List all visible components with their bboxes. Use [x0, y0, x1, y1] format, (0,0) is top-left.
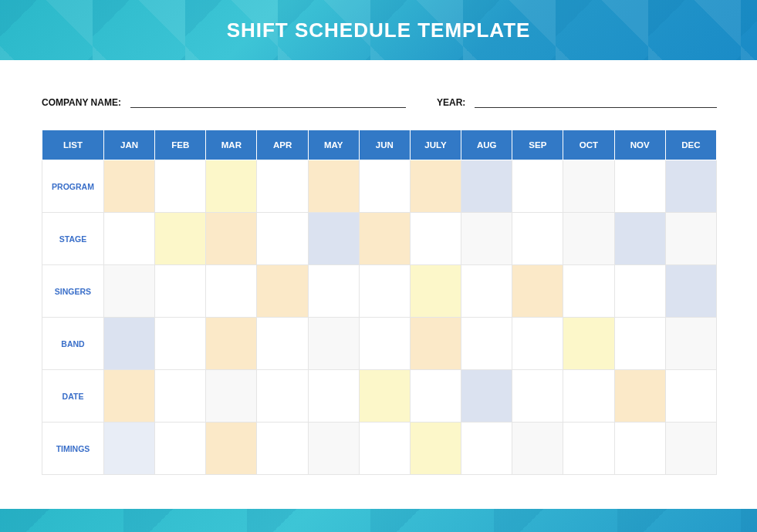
- row-label: DATE: [42, 370, 104, 423]
- schedule-cell[interactable]: [563, 318, 614, 370]
- schedule-cell[interactable]: [155, 160, 206, 213]
- table-header-row: LIST JAN FEB MAR APR MAY JUN JULY AUG SE…: [42, 130, 717, 160]
- schedule-cell[interactable]: [563, 213, 614, 265]
- schedule-cell[interactable]: [410, 265, 461, 318]
- schedule-cell[interactable]: [257, 213, 308, 265]
- schedule-cell[interactable]: [206, 265, 257, 318]
- schedule-cell[interactable]: [563, 370, 614, 423]
- table-row: STAGE: [42, 213, 717, 265]
- schedule-cell[interactable]: [512, 423, 563, 475]
- schedule-cell[interactable]: [308, 370, 359, 423]
- th-nov: NOV: [614, 130, 665, 160]
- schedule-cell[interactable]: [614, 423, 665, 475]
- th-oct: OCT: [563, 130, 614, 160]
- schedule-cell[interactable]: [614, 318, 665, 370]
- schedule-cell[interactable]: [410, 160, 461, 213]
- schedule-cell[interactable]: [257, 318, 308, 370]
- schedule-cell[interactable]: [410, 213, 461, 265]
- row-label: PROGRAM: [42, 160, 104, 213]
- schedule-cell[interactable]: [257, 160, 308, 213]
- schedule-cell[interactable]: [308, 423, 359, 475]
- schedule-cell[interactable]: [410, 318, 461, 370]
- year-label: YEAR:: [437, 97, 465, 108]
- schedule-cell[interactable]: [512, 213, 563, 265]
- schedule-cell[interactable]: [206, 370, 257, 423]
- schedule-cell[interactable]: [206, 213, 257, 265]
- schedule-cell[interactable]: [206, 318, 257, 370]
- company-name-input[interactable]: [130, 97, 406, 108]
- schedule-cell[interactable]: [359, 370, 410, 423]
- schedule-cell[interactable]: [104, 265, 155, 318]
- th-may: MAY: [308, 130, 359, 160]
- schedule-cell[interactable]: [461, 160, 512, 213]
- fields-row: COMPANY NAME: YEAR:: [42, 97, 717, 108]
- schedule-cell[interactable]: [155, 213, 206, 265]
- schedule-cell[interactable]: [614, 213, 665, 265]
- schedule-cell[interactable]: [308, 213, 359, 265]
- schedule-cell[interactable]: [308, 160, 359, 213]
- th-sep: SEP: [512, 130, 563, 160]
- row-label: SINGERS: [42, 265, 104, 318]
- schedule-cell[interactable]: [461, 318, 512, 370]
- schedule-cell[interactable]: [410, 423, 461, 475]
- year-field: YEAR:: [437, 97, 717, 108]
- schedule-cell[interactable]: [665, 160, 716, 213]
- th-jan: JAN: [104, 130, 155, 160]
- row-label: TIMINGS: [42, 423, 104, 475]
- schedule-cell[interactable]: [665, 370, 716, 423]
- page-body: COMPANY NAME: YEAR: LIST JAN FEB MAR APR…: [0, 60, 757, 475]
- schedule-cell[interactable]: [614, 265, 665, 318]
- page-title: SHIFT SCHEDULE TEMPLATE: [227, 19, 531, 42]
- schedule-cell[interactable]: [665, 213, 716, 265]
- schedule-cell[interactable]: [206, 160, 257, 213]
- schedule-cell[interactable]: [563, 423, 614, 475]
- company-name-field: COMPANY NAME:: [42, 97, 406, 108]
- schedule-cell[interactable]: [257, 423, 308, 475]
- th-jun: JUN: [359, 130, 410, 160]
- schedule-cell[interactable]: [308, 318, 359, 370]
- schedule-cell[interactable]: [104, 213, 155, 265]
- schedule-cell[interactable]: [359, 423, 410, 475]
- schedule-cell[interactable]: [665, 423, 716, 475]
- row-label: BAND: [42, 318, 104, 370]
- schedule-cell[interactable]: [257, 370, 308, 423]
- schedule-cell[interactable]: [155, 265, 206, 318]
- table-row: BAND: [42, 318, 717, 370]
- schedule-cell[interactable]: [155, 370, 206, 423]
- schedule-cell[interactable]: [461, 213, 512, 265]
- schedule-cell[interactable]: [359, 213, 410, 265]
- schedule-cell[interactable]: [104, 318, 155, 370]
- schedule-cell[interactable]: [512, 265, 563, 318]
- schedule-cell[interactable]: [206, 423, 257, 475]
- table-row: SINGERS: [42, 265, 717, 318]
- schedule-cell[interactable]: [563, 265, 614, 318]
- schedule-cell[interactable]: [359, 318, 410, 370]
- schedule-cell[interactable]: [104, 423, 155, 475]
- schedule-cell[interactable]: [614, 370, 665, 423]
- schedule-cell[interactable]: [461, 423, 512, 475]
- schedule-cell[interactable]: [461, 265, 512, 318]
- schedule-cell[interactable]: [512, 318, 563, 370]
- th-list: LIST: [42, 130, 104, 160]
- schedule-cell[interactable]: [308, 265, 359, 318]
- schedule-cell[interactable]: [665, 265, 716, 318]
- schedule-cell[interactable]: [104, 160, 155, 213]
- year-input[interactable]: [475, 97, 717, 108]
- schedule-cell[interactable]: [155, 318, 206, 370]
- schedule-cell[interactable]: [461, 370, 512, 423]
- schedule-cell[interactable]: [257, 265, 308, 318]
- th-feb: FEB: [155, 130, 206, 160]
- schedule-table: LIST JAN FEB MAR APR MAY JUN JULY AUG SE…: [42, 130, 717, 475]
- schedule-cell[interactable]: [104, 370, 155, 423]
- schedule-cell[interactable]: [614, 160, 665, 213]
- schedule-cell[interactable]: [665, 318, 716, 370]
- header-banner: SHIFT SCHEDULE TEMPLATE: [0, 0, 757, 60]
- schedule-cell[interactable]: [512, 370, 563, 423]
- schedule-cell[interactable]: [512, 160, 563, 213]
- table-row: TIMINGS: [42, 423, 717, 475]
- schedule-cell[interactable]: [359, 160, 410, 213]
- schedule-cell[interactable]: [563, 160, 614, 213]
- schedule-cell[interactable]: [359, 265, 410, 318]
- schedule-cell[interactable]: [155, 423, 206, 475]
- schedule-cell[interactable]: [410, 370, 461, 423]
